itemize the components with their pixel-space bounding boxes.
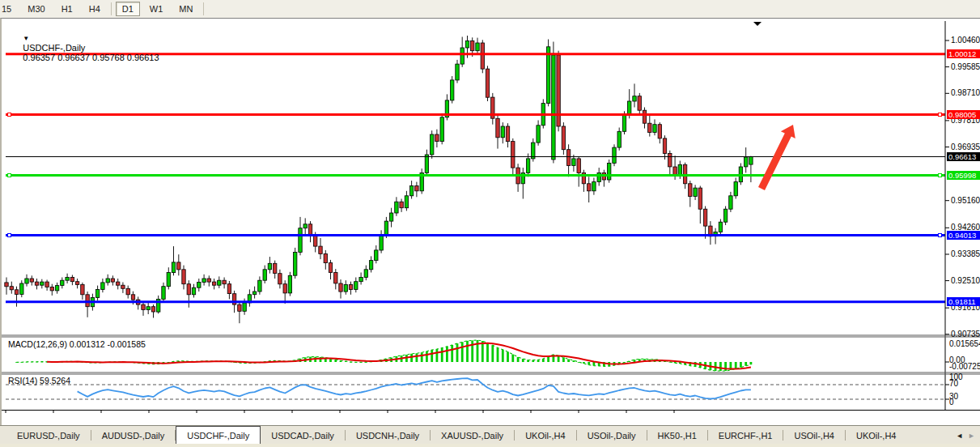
timeframe-button-m30[interactable]: M30 [21, 2, 51, 16]
chart-tab-eurusd-daily[interactable]: EURUSD-,Daily [6, 426, 91, 445]
toolbar-separator [111, 2, 112, 15]
rsi-axis-label: 70 [949, 379, 958, 388]
price-line-badge[interactable]: 0.98005 [947, 110, 980, 119]
tab-scroll-left-icon[interactable]: ◄ [956, 432, 963, 440]
chart-tab-ukoil-h4[interactable]: UKOil-,H4 [846, 426, 907, 445]
chart-shift-marker [753, 22, 762, 26]
chart-title-symbol: USDCHF-,Daily [23, 43, 85, 53]
chart-tab-hk50-h1[interactable]: HK50-,H1 [647, 426, 707, 445]
chart-tab-ukoil-h4[interactable]: UKOil-,H4 [515, 426, 576, 445]
line-handle[interactable] [938, 173, 942, 177]
price-line-badge[interactable]: 0.91811 [947, 297, 980, 306]
price-axis-tick: 0.96935 [951, 143, 980, 151]
macd-indicator-label: MACD(12,26,9) 0.001312 -0.001585 [8, 339, 146, 349]
candlestick-chart-canvas[interactable] [2, 19, 980, 426]
line-handle[interactable] [938, 233, 942, 237]
chart-title-ohlc: 0.96357 0.96637 0.95768 0.96613 [23, 53, 159, 62]
line-handle[interactable] [7, 113, 11, 117]
timeframe-button-mn[interactable]: MN [172, 2, 199, 16]
symbol-dropdown-icon[interactable]: ▼ [23, 35, 29, 42]
timeframe-button-15[interactable]: 15 [0, 2, 18, 16]
tab-scroll-right-icon[interactable]: ► [968, 432, 975, 440]
price-axis-tick: 0.93385 [951, 249, 980, 258]
status-bar [0, 444, 980, 447]
chart-tab-usoil-h4[interactable]: USOil-,H4 [783, 426, 845, 445]
rsi-indicator-label: RSI(14) 59.5264 [8, 376, 70, 385]
price-axis-tick: 1.00460 [951, 36, 980, 45]
line-handle[interactable] [7, 233, 11, 237]
price-line-badge[interactable]: 0.95998 [947, 171, 980, 180]
chart-tab-usdcnh-daily[interactable]: USDCNH-,Daily [346, 426, 430, 445]
chart-tab-xauusd-daily[interactable]: XAUUSD-,Daily [431, 426, 514, 445]
timeframe-button-d1[interactable]: D1 [116, 2, 140, 16]
rsi-axis-label: 0 [949, 398, 954, 407]
chart-tab-bar: EURUSD-,DailyAUDUSD-,DailyUSDCHF-,DailyU… [0, 425, 980, 445]
price-axis-tick: 0.95160 [951, 196, 980, 205]
macd-axis-label: -0.0072595 [949, 362, 980, 371]
chart-title: ▼ USDCHF-,Daily 0.96357 0.96637 0.95768 … [8, 23, 159, 72]
chart-tab-audusd-daily[interactable]: AUDUSD-,Daily [91, 426, 176, 445]
chart-tab-usdcad-daily[interactable]: USDCAD-,Daily [261, 426, 345, 445]
mt4-terminal-window: 15M30H1H4D1W1MN ▼ USDCHF-,Daily 0.96357 … [0, 0, 980, 447]
toolbar-separator [203, 2, 204, 15]
timeframe-button-h1[interactable]: H1 [55, 2, 79, 16]
chart-tab-usdchf-daily[interactable]: USDCHF-,Daily [176, 426, 261, 445]
line-handle[interactable] [7, 173, 11, 177]
price-axis-tick: 0.99585 [951, 62, 980, 71]
price-axis-tick: 0.92510 [951, 276, 980, 285]
price-axis-tick: 0.98710 [951, 88, 980, 97]
price-line-badge[interactable]: 0.96613 [947, 152, 980, 161]
chart-window[interactable]: ▼ USDCHF-,Daily 0.96357 0.96637 0.95768 … [0, 18, 980, 425]
chart-tab-usoil-daily[interactable]: USOil-,Daily [577, 426, 647, 445]
line-handle[interactable] [938, 113, 942, 117]
price-line-badge[interactable]: 0.94013 [947, 231, 980, 240]
price-line-badge[interactable]: 1.00012 [947, 49, 980, 58]
timeframe-button-h4[interactable]: H4 [83, 2, 107, 16]
timeframe-button-w1[interactable]: W1 [143, 2, 170, 16]
trend-arrow-annotation[interactable] [758, 125, 795, 190]
macd-axis-label: 0.015654 [949, 339, 980, 348]
timeframe-toolbar: 15M30H1H4D1W1MN [0, 0, 980, 19]
price-axis-tick: 0.90735 [951, 330, 980, 338]
chart-tab-eurchf-h1[interactable]: EURCHF-,H1 [708, 426, 783, 445]
